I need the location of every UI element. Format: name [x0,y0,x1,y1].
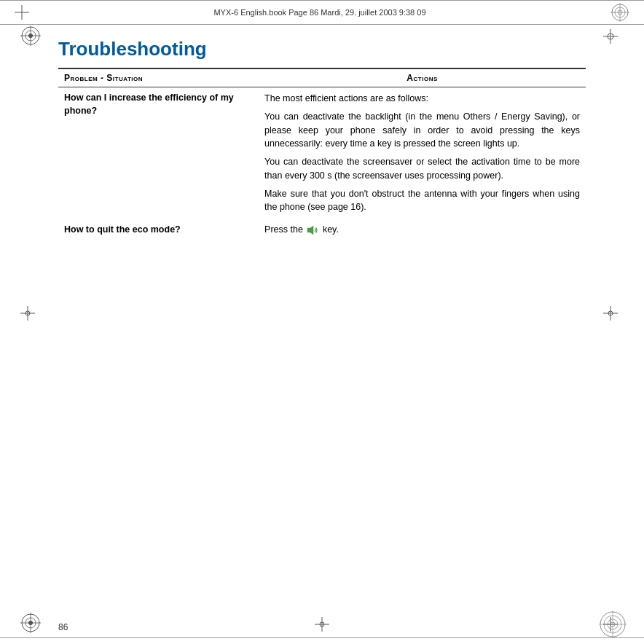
speaker-icon [307,225,318,235]
problem-cell-efficiency: How can I increase the efficiency of my … [58,87,259,218]
trouble-table: Problem - Situation Actions How can I in… [58,68,586,237]
action-text-1: You can deactivate the backlight (in the… [264,110,580,151]
header-bar: MYX-6 English.book Page 86 Mardi, 29. ju… [0,0,644,25]
right-middle-crosshair-icon [603,306,618,323]
table-row: How can I increase the efficiency of my … [58,87,586,218]
page-title: Troubleshooting [58,38,586,60]
content-area: Problem - Situation Actions How can I in… [58,68,586,237]
left-middle-crosshair-icon [20,306,35,323]
top-left-crosshair-icon [15,5,29,20]
footer-bar: 86 [0,637,644,644]
top-right-circle-icon [610,3,629,22]
bottom-left-bullseye [20,613,41,635]
action-text-3: Make sure that you don't obstruct the an… [264,187,580,215]
action-text-2: You can deactivate the screensaver or se… [264,155,580,183]
page-number: 86 [58,622,68,632]
eco-action-suffix: key. [323,224,339,235]
top-left-bullseye [20,25,41,48]
svg-marker-15 [307,226,313,235]
action-text-0: The most efficient actions are as follow… [264,92,580,106]
actions-cell-eco: Press the key. [259,217,586,237]
problem-cell-eco: How to quit the eco mode? [58,217,259,237]
bottom-right-large-circle [599,610,627,640]
table-header-row: Problem - Situation Actions [58,68,586,87]
top-right-crosshair-icon [603,29,618,46]
bottom-center-crosshair-icon [315,617,329,634]
eco-action-text: Press the [264,224,303,235]
header-text: MYX-6 English.book Page 86 Mardi, 29. ju… [213,8,425,17]
col-actions-header: Actions [259,68,586,87]
col-problem-header: Problem - Situation [58,68,259,87]
actions-cell-efficiency: The most efficient actions are as follow… [259,87,586,218]
table-row-eco: How to quit the eco mode? Press the key. [58,217,586,237]
